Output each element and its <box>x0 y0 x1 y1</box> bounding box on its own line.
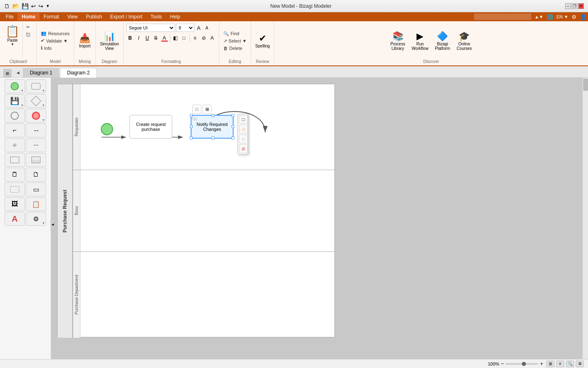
canvas-area[interactable]: Purchase Request Requester Create reques… <box>51 78 588 359</box>
validate-button[interactable]: ✔Validate ▼ <box>39 37 69 44</box>
note-tool[interactable]: 🗒 <box>4 168 25 182</box>
menu-export[interactable]: Export / Import <box>106 13 147 20</box>
file-tool[interactable]: 🗋 <box>26 168 46 182</box>
menu-file[interactable]: File <box>2 13 18 20</box>
import-button[interactable]: 📥 Import <box>77 32 93 49</box>
vscrollbar[interactable] <box>582 78 588 359</box>
ctx-event-button[interactable]: ○ <box>239 135 248 144</box>
minimize-button[interactable]: ─ <box>565 3 571 9</box>
info-button[interactable]: ℹInfo <box>39 45 53 52</box>
font-color-button[interactable]: A <box>160 34 169 42</box>
menubar: File Home Format View Publish Export / I… <box>0 12 588 21</box>
start-event[interactable] <box>101 123 113 135</box>
fill-color-button[interactable]: ◧ <box>172 34 180 42</box>
dashed-rect-tool[interactable] <box>4 182 25 196</box>
view-btn-4[interactable]: ⚙ <box>576 361 584 367</box>
copy-button[interactable]: ⿻ <box>24 31 32 38</box>
select-button[interactable]: ↗Select ▼ <box>222 38 249 45</box>
canvas[interactable]: Purchase Request Requester Create reques… <box>57 84 335 337</box>
menu-format[interactable]: Format <box>40 13 63 20</box>
zoom-in-button[interactable]: + <box>540 361 543 367</box>
underline-button[interactable]: U <box>143 34 151 42</box>
subprocess-tool[interactable]: ▭ <box>26 182 46 196</box>
lane-purchase-dept-content[interactable] <box>80 252 335 338</box>
resources-icon: 👥 <box>41 31 47 36</box>
font-family-select[interactable]: Segoe UI <box>126 24 175 32</box>
image-tool[interactable]: 🖼 <box>4 197 25 211</box>
resources-button[interactable]: 👥Resources <box>39 30 71 37</box>
intermediate-event-tool[interactable] <box>4 109 25 123</box>
zoom-slider[interactable] <box>506 363 538 365</box>
run-workflow-button[interactable]: ▶ RunWorkflow <box>410 30 430 52</box>
font-color2-button[interactable]: A <box>208 34 216 42</box>
font-grow-button[interactable]: A <box>195 24 203 31</box>
lane-boss-content[interactable] <box>80 170 335 251</box>
process-library-button[interactable]: 📚 ProcessLibrary <box>389 30 407 52</box>
new-icon[interactable]: 🗋 <box>4 3 10 9</box>
lane-purchase-dept-label: Purchase Department <box>74 275 79 314</box>
task-tool[interactable]: ▼ <box>26 79 46 93</box>
task-notify-changes[interactable]: □□ Notify Required Changes <box>191 115 234 139</box>
task-create-request[interactable]: Create request purchase <box>129 115 172 139</box>
italic-button[interactable]: I <box>135 34 143 42</box>
undo-icon[interactable]: ↩ <box>31 3 36 9</box>
top-icon-subprocess[interactable]: ⊞ <box>203 105 212 114</box>
simulation-view-button[interactable]: 📊 SimulationView <box>98 30 121 52</box>
gateway-tool[interactable]: ▼ <box>26 94 46 108</box>
tab-diagram2[interactable]: Diagram 2 <box>60 68 96 78</box>
menu-tools[interactable]: Tools <box>147 13 166 20</box>
formatting-label: Formatting <box>161 59 181 64</box>
sequence-flow-tool[interactable]: ⌐ <box>4 123 25 137</box>
text-tool[interactable]: A <box>4 212 25 226</box>
vscroll-thumb[interactable] <box>583 79 588 91</box>
font-shrink-button[interactable]: A <box>203 24 211 31</box>
delete-button[interactable]: 🗑Delete <box>222 45 244 52</box>
ctx-end-button[interactable]: ⊘ <box>239 144 248 153</box>
font-size-select[interactable]: 81012 <box>176 24 194 32</box>
bizagi-platform-label: BizagiPlatform <box>435 42 450 51</box>
open-icon[interactable]: 📂 <box>12 3 19 9</box>
border-color-button[interactable]: □ <box>180 34 188 42</box>
tab-prev-button[interactable]: ◄ <box>13 68 23 77</box>
view-btn-1[interactable]: ⊞ <box>546 361 555 367</box>
menu-help[interactable]: Help <box>166 13 185 20</box>
clear-format-button[interactable]: ⊘ <box>200 34 208 42</box>
find-button[interactable]: 🔍Find <box>222 30 241 37</box>
menu-publish[interactable]: Publish <box>82 13 106 20</box>
restore-button[interactable]: ❐ <box>572 3 577 9</box>
settings-tool[interactable]: ⚙ ▼ <box>26 212 46 226</box>
view-btn-3[interactable]: 🔍 <box>566 361 574 367</box>
start-event-tool[interactable]: ▼ <box>4 79 25 93</box>
association-tool[interactable]: ⊹ <box>4 138 25 152</box>
menu-view[interactable]: View <box>63 13 82 20</box>
tab-panel-toggle[interactable]: ⊞ <box>3 69 11 77</box>
bold-button[interactable]: B <box>126 34 134 42</box>
top-icon-task[interactable]: □ <box>192 105 201 114</box>
pool-tool[interactable] <box>4 153 25 167</box>
tab-diagram1[interactable]: Diagram 1 <box>23 68 59 77</box>
pool-header: Purchase Request <box>58 84 73 338</box>
menu-home[interactable]: Home <box>18 13 39 20</box>
collapse-toolbar-button[interactable]: ◄ <box>51 218 55 231</box>
lane-tool[interactable] <box>26 153 46 167</box>
paste-button[interactable]: 📋 Paste ▼ <box>2 23 23 58</box>
misc-tool[interactable]: ⋯ <box>26 138 46 152</box>
data-object-tool[interactable]: 💾 ▼ <box>4 94 25 108</box>
save-icon[interactable]: 💾 <box>22 3 29 9</box>
bizagi-platform-button[interactable]: 🔷 BizagiPlatform <box>433 30 452 52</box>
spelling-button[interactable]: ✔ Spelling <box>254 32 272 49</box>
mining-label: Mining <box>79 59 91 64</box>
strikethrough-button[interactable]: S <box>152 34 160 42</box>
annotation-highlight-tool[interactable]: 📋 <box>26 197 46 211</box>
ctx-gateway-button[interactable]: ◇ <box>239 125 248 134</box>
lane-requester-content[interactable]: Create request purchase □□ Notify Requir… <box>80 84 335 170</box>
align-left-button[interactable]: ≡ <box>191 34 199 42</box>
ctx-task-button[interactable]: □ <box>239 115 248 124</box>
cut-button[interactable]: ✂ <box>24 24 32 31</box>
zoom-out-button[interactable]: − <box>501 361 504 367</box>
online-courses-button[interactable]: 🎓 OnlineCourses <box>455 30 473 52</box>
message-flow-tool[interactable]: - - <box>26 123 46 137</box>
close-button[interactable]: ✕ <box>578 3 584 9</box>
view-btn-2[interactable]: ≡ <box>556 361 564 367</box>
end-event-tool[interactable]: ▼ <box>26 109 46 123</box>
